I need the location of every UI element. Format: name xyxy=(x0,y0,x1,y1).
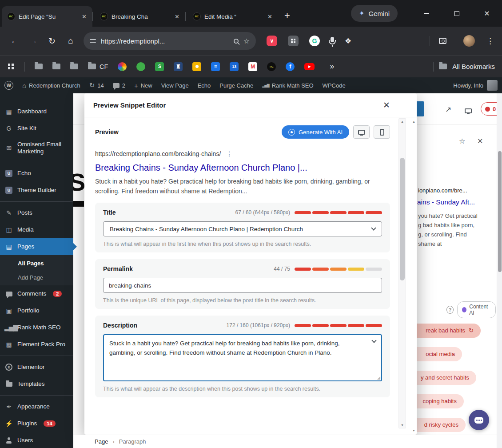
sidebar-item-templates[interactable]: Templates xyxy=(0,376,73,392)
bookmark-favicon-gmail[interactable]: M xyxy=(248,62,257,71)
sidebar-item-all-pages[interactable]: All Pages xyxy=(0,256,73,270)
tab-breaking-chains[interactable]: RC Breaking Cha ✕ xyxy=(95,6,185,27)
bookmark-folder[interactable] xyxy=(52,64,60,69)
bookmark-favicon-youtube[interactable]: ▶ xyxy=(304,63,315,70)
permalink-input[interactable] xyxy=(103,278,382,293)
sidebar-item-posts[interactable]: ✎ Posts xyxy=(0,204,73,221)
account-menu[interactable]: Howdy, Info xyxy=(453,80,502,91)
scroll-down-arrow[interactable]: ▼ xyxy=(399,424,406,427)
comments-menu[interactable]: 2 xyxy=(108,77,130,93)
new-content-menu[interactable]: + New xyxy=(130,77,157,93)
page-scrollbar[interactable] xyxy=(497,93,502,448)
sidebar-item-element-pack[interactable]: ▩ Element Pack Pro xyxy=(0,336,73,353)
sidebar-item-comments[interactable]: Comments 2 xyxy=(0,285,73,302)
serp-options-icon[interactable]: ⋮ xyxy=(226,150,232,157)
address-bar[interactable]: https://redemptionpl... ☆ xyxy=(84,32,256,50)
modal-scrollbar[interactable]: ▲ ▼ xyxy=(398,118,406,428)
bookmarks-overflow-chevron[interactable]: » xyxy=(330,62,334,71)
bookmark-favicon-castle[interactable]: ♜ xyxy=(174,62,183,71)
wp-logo-menu[interactable]: W xyxy=(0,77,18,93)
bookmark-favicon-rc[interactable]: RC xyxy=(267,62,276,71)
browser-menu-icon[interactable]: ⋮ xyxy=(484,36,497,46)
tab-close-icon[interactable]: ✕ xyxy=(80,12,89,21)
gemini-button[interactable]: ✦ Gemini xyxy=(351,5,398,22)
reload-button[interactable]: ↻ xyxy=(43,32,61,50)
purge-cache-menu[interactable]: Purge Cache xyxy=(215,77,258,93)
outer-scroll-down-arrow[interactable]: ▼ xyxy=(412,429,415,432)
breadcrumb-paragraph[interactable]: Paragraph xyxy=(119,438,146,445)
serp-title-link[interactable]: Breaking Chains - Sunday Afternoon Churc… xyxy=(95,163,390,173)
rank-math-menu[interactable]: ▂▅▇ Rank Math SEO xyxy=(258,77,318,93)
sidebar-item-portfolio[interactable]: ▣ Portfolio xyxy=(0,302,73,319)
url-text[interactable]: https://redemptionpl... xyxy=(101,37,229,45)
minimize-button[interactable] xyxy=(411,0,442,27)
bookmark-favicon-gloo[interactable] xyxy=(136,62,145,71)
pocket-extension-icon[interactable]: ∨ xyxy=(267,36,277,46)
outer-scroll-up-arrow[interactable]: ▲ xyxy=(412,120,415,123)
help-icon[interactable]: ? xyxy=(446,306,454,314)
wpcode-menu[interactable]: WPCode xyxy=(318,77,350,93)
apps-grid-icon[interactable] xyxy=(8,64,10,66)
all-bookmarks[interactable]: All Bookmarks xyxy=(433,62,495,72)
site-info-icon[interactable] xyxy=(90,38,96,44)
tab-close-icon[interactable]: ✕ xyxy=(265,12,275,21)
panel-close-icon[interactable]: ✕ xyxy=(477,137,483,145)
forward-button[interactable]: → xyxy=(24,32,43,50)
new-tab-button[interactable]: + xyxy=(284,11,290,20)
mobile-preview-button[interactable] xyxy=(374,125,390,139)
updates-menu[interactable]: ↻ 14 xyxy=(85,77,108,93)
bookmark-star-icon[interactable]: ☆ xyxy=(243,37,250,45)
external-link-icon[interactable]: ↗ xyxy=(445,105,451,114)
sidebar-item-site-kit[interactable]: G Site Kit xyxy=(0,120,73,137)
sidebar-item-echo[interactable]: U Echo xyxy=(0,165,73,182)
site-name-menu[interactable]: ⌂ Redemption Church xyxy=(18,77,85,93)
echo-menu[interactable]: Echo xyxy=(193,77,215,93)
extension-icon[interactable] xyxy=(288,36,299,46)
modal-scrollbar-thumb[interactable] xyxy=(400,158,405,280)
modal-close-icon[interactable]: ✕ xyxy=(383,100,390,110)
sidebar-item-add-page[interactable]: Add Page xyxy=(0,270,73,284)
sidebar-item-media[interactable]: ◫ Media xyxy=(0,221,73,238)
refresh-icon[interactable]: ↻ xyxy=(469,324,474,338)
desktop-preview-button[interactable] xyxy=(353,125,370,139)
sidebar-item-rank-math[interactable]: ▂▅▇ Rank Math SEO xyxy=(0,319,73,336)
sidebar-item-theme-builder[interactable]: U Theme Builder xyxy=(0,182,73,199)
bookmark-favicon-s[interactable]: S xyxy=(155,62,164,71)
view-page-link[interactable]: View Page xyxy=(157,77,193,93)
bookmark-favicon-13[interactable]: 13 xyxy=(230,62,239,71)
back-button[interactable]: ← xyxy=(5,32,24,50)
page-scrollbar-thumb[interactable] xyxy=(498,151,502,272)
content-ai-button[interactable]: Content AI xyxy=(457,301,496,318)
tab-close-icon[interactable]: ✕ xyxy=(172,12,182,21)
bookmark-favicon-facebook[interactable]: f xyxy=(286,62,295,71)
side-panel-search-icon[interactable] xyxy=(439,38,446,44)
preview-monitor-icon[interactable] xyxy=(465,107,472,116)
sidebar-item-omnisend[interactable]: ✉ Omnisend Email Marketing xyxy=(0,137,73,159)
close-window-button[interactable]: ✕ xyxy=(472,0,502,27)
favorite-star-icon[interactable]: ☆ xyxy=(459,137,465,145)
mic-icon[interactable] xyxy=(331,37,334,45)
bookmark-favicon-pinwheel[interactable] xyxy=(118,62,127,71)
profile-avatar[interactable] xyxy=(463,35,475,47)
breadcrumb-page[interactable]: Page xyxy=(95,438,108,445)
bookmark-folder-cf[interactable]: CF xyxy=(88,63,108,70)
chat-widget-button[interactable] xyxy=(469,410,489,430)
bookmark-folder[interactable] xyxy=(70,64,78,69)
sidebar-item-users[interactable]: Users xyxy=(0,432,73,448)
description-textarea[interactable]: Stuck in a habit you hate? Get practical… xyxy=(103,334,382,381)
scroll-up-arrow[interactable]: ▲ xyxy=(399,120,406,123)
extensions-puzzle-icon[interactable]: ❖ xyxy=(345,36,351,46)
home-button[interactable]: ⌂ xyxy=(61,32,80,50)
sidebar-item-appearance[interactable]: ✒ Appearance xyxy=(0,398,73,415)
bookmark-favicon-lines[interactable]: ≡ xyxy=(211,62,220,71)
generate-with-ai-button[interactable]: Generate With AI xyxy=(282,125,349,139)
grammarly-extension-icon[interactable]: G xyxy=(309,36,320,46)
sidebar-item-pages[interactable]: ▤ Pages xyxy=(0,238,73,255)
resize-grip-icon[interactable]: ◢ xyxy=(377,376,380,380)
bookmark-folder[interactable] xyxy=(35,64,43,69)
tab-edit-page[interactable]: RC Edit Page “Su ✕ xyxy=(2,6,92,27)
title-select[interactable]: Breaking Chains - Sunday Afternoon Churc… xyxy=(103,221,382,236)
bookmark-favicon-contacts[interactable] xyxy=(192,62,201,71)
sidebar-item-elementor[interactable]: E Elementor xyxy=(0,359,73,376)
zoom-icon[interactable] xyxy=(234,39,239,44)
